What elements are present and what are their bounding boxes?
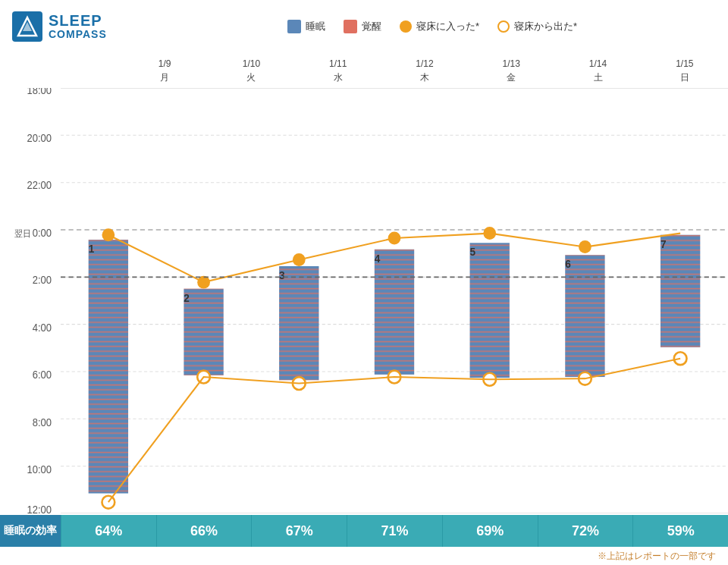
day-dow-5: 土	[594, 71, 603, 84]
day-header-4: 1/13 金	[468, 53, 554, 88]
bar-index-1: 1	[89, 243, 95, 255]
sleep-bar-7	[661, 235, 700, 347]
chart-plot: 1 2 3	[61, 88, 728, 513]
day-header-5: 1/14 土	[554, 53, 641, 88]
day-date-5: 1/14	[589, 57, 607, 71]
y-axis: 18:00 20:00 22:00 翌日 0:00 2:00 4:00 6:00…	[0, 88, 61, 513]
efficiency-cell-3: 71%	[347, 515, 442, 547]
legend-wake-label: 覚醒	[362, 20, 381, 33]
header: SLEEP COMPASS 睡眠 覚醒 寝床に入った* 寝床から出た*	[0, 0, 728, 53]
footer-note: ※上記はレポートの一部です	[0, 547, 728, 565]
sleep-bar-5	[470, 243, 510, 378]
svg-text:6:00: 6:00	[33, 369, 52, 381]
efficiency-bar: 睡眠の効率 64% 66% 67% 71% 69% 72% 59%	[0, 513, 728, 547]
legend-sleep-box	[287, 20, 301, 33]
svg-text:0:00: 0:00	[33, 227, 52, 238]
svg-text:2:00: 2:00	[33, 275, 52, 286]
day-dow-1: 火	[246, 71, 256, 84]
legend-bed-in: 寝床に入った*	[400, 20, 479, 33]
svg-text:20:00: 20:00	[27, 133, 52, 144]
sleep-bar-4	[375, 250, 414, 375]
day-date-6: 1/15	[676, 57, 693, 71]
day-dow-2: 水	[334, 71, 343, 84]
bar-index-2: 2	[184, 292, 190, 303]
svg-text:翌日: 翌日	[14, 229, 30, 238]
bar-index-4: 4	[375, 253, 381, 265]
day-date-0: 1/9	[158, 57, 171, 71]
legend: 睡眠 覚醒 寝床に入った* 寝床から出た*	[149, 20, 716, 33]
logo-sleep-text: SLEEP	[49, 12, 107, 29]
legend-bed-out-circle	[497, 20, 510, 33]
day-date-1: 1/10	[243, 57, 260, 71]
legend-sleep: 睡眠	[287, 20, 325, 33]
efficiency-label: 睡眠の効率	[0, 515, 61, 547]
svg-text:8:00: 8:00	[33, 416, 52, 428]
legend-bed-out-label: 寝床から出た*	[514, 20, 577, 33]
day-date-3: 1/12	[416, 57, 433, 71]
day-header-3: 1/12 木	[381, 53, 468, 88]
efficiency-values: 64% 66% 67% 71% 69% 72% 59%	[61, 515, 728, 547]
footer-note-text: ※上記はレポートの一部です	[598, 551, 716, 561]
sleep-bar-6	[565, 255, 604, 377]
day-header-1: 1/10 火	[208, 53, 294, 88]
svg-text:12:00: 12:00	[27, 504, 52, 513]
sleep-bar-3	[279, 266, 318, 380]
svg-text:4:00: 4:00	[33, 322, 52, 333]
legend-wake-box	[344, 20, 357, 33]
bar-index-7: 7	[661, 239, 667, 250]
logo-compass-text: COMPASS	[49, 29, 107, 40]
day-dow-3: 木	[420, 71, 429, 84]
legend-bed-out: 寝床から出た*	[497, 20, 577, 33]
day-dow-0: 月	[160, 71, 169, 84]
day-header-6: 1/15 日	[642, 53, 728, 88]
day-header-2: 1/11 水	[295, 53, 381, 88]
efficiency-cell-5: 72%	[538, 515, 633, 547]
efficiency-cell-4: 69%	[442, 515, 538, 547]
efficiency-cell-6: 59%	[632, 515, 728, 547]
legend-bed-in-label: 寝床に入った*	[416, 20, 479, 33]
bar-index-3: 3	[279, 270, 285, 281]
day-date-2: 1/11	[329, 57, 347, 71]
legend-sleep-label: 睡眠	[306, 20, 325, 33]
sleep-bar-2	[184, 289, 223, 375]
sleep-bar-1	[89, 240, 128, 493]
days-header: 1/9 月 1/10 火 1/11 水 1/12 木 1/13 金 1/14 土…	[61, 53, 728, 88]
svg-text:18:00: 18:00	[27, 88, 52, 97]
efficiency-cell-2: 67%	[251, 515, 347, 547]
legend-wake: 覚醒	[344, 20, 381, 33]
efficiency-cell-1: 66%	[156, 515, 252, 547]
legend-bed-in-circle	[400, 20, 412, 33]
app-container: SLEEP COMPASS 睡眠 覚醒 寝床に入った* 寝床から出た*	[0, 0, 728, 565]
day-date-4: 1/13	[503, 57, 520, 71]
logo-icon	[12, 11, 42, 42]
bar-index-6: 6	[565, 259, 571, 270]
day-dow-6: 日	[680, 71, 689, 84]
bar-index-5: 5	[470, 246, 476, 258]
y-axis-svg: 18:00 20:00 22:00 翌日 0:00 2:00 4:00 6:00…	[0, 88, 61, 513]
logo-text: SLEEP COMPASS	[49, 12, 107, 40]
logo: SLEEP COMPASS	[12, 11, 149, 42]
day-dow-4: 金	[507, 71, 516, 84]
svg-text:10:00: 10:00	[27, 464, 52, 476]
chart-svg: 1 2 3	[61, 88, 728, 513]
day-header-0: 1/9 月	[121, 53, 208, 88]
svg-text:22:00: 22:00	[27, 180, 52, 191]
efficiency-cell-0: 64%	[61, 515, 156, 547]
chart-inner: 18:00 20:00 22:00 翌日 0:00 2:00 4:00 6:00…	[0, 88, 728, 513]
